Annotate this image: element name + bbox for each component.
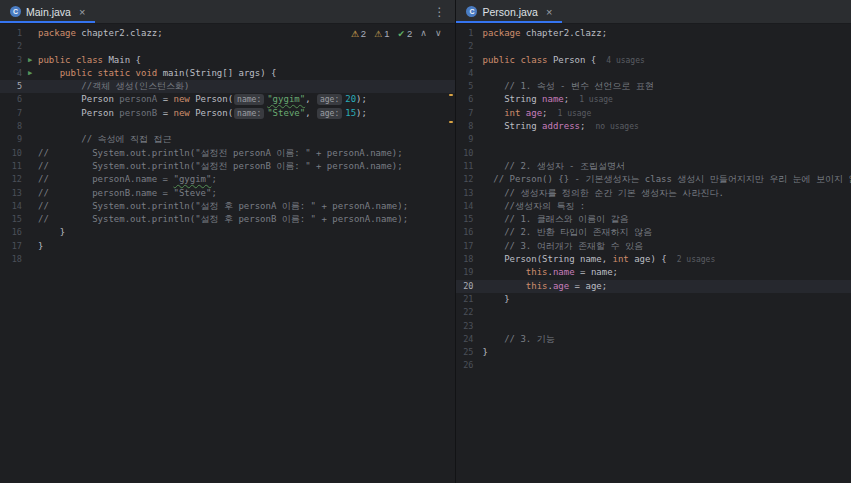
java-class-icon: C <box>10 6 21 17</box>
line-number: 12 <box>0 173 22 186</box>
code-line[interactable]: 9 <box>456 133 851 146</box>
code-area-main: 1package chapter2.clazz;23▶public class … <box>0 27 455 266</box>
token-cmt: // 1. 속성 - 변수 선언으로 표현 <box>482 81 653 91</box>
run-icon[interactable]: ▶ <box>22 67 38 80</box>
token-kw: int <box>504 108 520 118</box>
code-line[interactable]: 18 <box>0 253 455 266</box>
code-editor-main[interactable]: 1package chapter2.clazz;23▶public class … <box>0 24 455 483</box>
token-cmt: // Person() {} - 기본생성자는 class 생성시 만들어지지만… <box>482 174 851 184</box>
code-line[interactable]: 19 this.name = name; <box>456 266 851 279</box>
code-line[interactable]: 10 <box>456 147 851 160</box>
code-line[interactable]: 4 <box>456 67 851 80</box>
token-def <box>38 68 60 78</box>
code-line[interactable]: 21 } <box>456 293 851 306</box>
token-def: ); <box>356 94 367 104</box>
code-line[interactable]: 16 } <box>0 226 455 239</box>
warnings-indicator[interactable]: ⚠ 2 <box>351 28 366 39</box>
code-line[interactable]: 14 //생성자의 특징 : <box>456 200 851 213</box>
gutter-spacer <box>22 173 38 186</box>
code-line[interactable]: 13 // 생성자를 정의한 순간 기본 생성자는 사라진다. <box>456 187 851 200</box>
gutter-spacer <box>22 80 38 93</box>
previous-problem-icon[interactable]: ∧ <box>420 29 427 38</box>
code-line[interactable]: 16 // 2. 반환 타입이 존재하지 않음 <box>456 226 851 239</box>
line-number: 6 <box>456 93 473 106</box>
code-line[interactable]: 2 <box>456 40 851 53</box>
token-def: = <box>157 94 173 104</box>
token-gray: personB <box>119 108 157 118</box>
token-def: , <box>305 108 316 118</box>
code-line[interactable]: 6 Person personA = new Person(name:"gygi… <box>0 93 455 106</box>
code-line[interactable]: 22 <box>456 306 851 319</box>
code-line[interactable]: 17 // 3. 여러개가 존재할 수 있음 <box>456 240 851 253</box>
code-line[interactable]: 8 <box>0 120 455 133</box>
code-line[interactable]: 6 String name;1 usage <box>456 93 851 106</box>
code-line[interactable]: 1package chapter2.clazz; <box>456 27 851 40</box>
next-problem-icon[interactable]: ∨ <box>435 29 442 38</box>
code-line[interactable]: 23 <box>456 320 851 333</box>
run-icon[interactable]: ▶ <box>22 54 38 67</box>
code-line[interactable]: 20 this.age = age; <box>456 280 851 293</box>
code-line[interactable]: 18 Person(String name, int age) {2 usage… <box>456 253 851 266</box>
token-def: ; <box>564 94 569 104</box>
token-def: Person <box>38 108 119 118</box>
code-line[interactable]: 3▶public class Main { <box>0 54 455 67</box>
line-number: 4 <box>456 67 473 80</box>
code-line[interactable]: 10// System.out.println("설정전 personA 이름:… <box>0 147 455 160</box>
code-line[interactable]: 11 // 2. 생성자 - 조립설명서 <box>456 160 851 173</box>
code-line[interactable]: 5 //객체 생성(인스턴스화) <box>0 80 455 93</box>
code-line[interactable]: 13// personB.name = "Steve"; <box>0 187 455 200</box>
code-line[interactable]: 3public class Person {4 usages <box>456 54 851 67</box>
code-line[interactable]: 17} <box>0 240 455 253</box>
code-line[interactable]: 15 // 1. 클래스와 이름이 같음 <box>456 213 851 226</box>
token-hint: age: <box>317 94 342 105</box>
code-line[interactable]: 12// personA.name = "gygim"; <box>0 173 455 186</box>
ok-indicator[interactable]: ✔ 2 <box>397 28 412 39</box>
line-number: 10 <box>0 147 22 160</box>
token-kw: public static void <box>60 68 163 78</box>
code-text: public static void main(String[] args) { <box>38 67 276 80</box>
gutter-spacer <box>473 253 482 266</box>
gutter-spacer <box>473 187 482 200</box>
gutter-spacer <box>22 93 38 106</box>
code-line[interactable]: 5 // 1. 속성 - 변수 선언으로 표현 <box>456 80 851 93</box>
close-icon[interactable]: × <box>79 6 85 18</box>
line-number: 2 <box>456 40 473 53</box>
line-number: 14 <box>456 200 473 213</box>
gutter-spacer <box>473 306 482 319</box>
code-line[interactable]: 11// System.out.println("설정전 personB 이름:… <box>0 160 455 173</box>
code-line[interactable]: 4▶ public static void main(String[] args… <box>0 67 455 80</box>
code-line[interactable]: 26 <box>456 359 851 372</box>
code-line[interactable]: 9 // 속성에 직접 접근 <box>0 133 455 146</box>
code-text: int age;1 usage <box>482 107 591 120</box>
line-number: 3 <box>456 54 473 67</box>
code-line[interactable]: 8 String address;no usages <box>456 120 851 133</box>
line-number: 6 <box>0 93 22 106</box>
token-cmt: // System.out.println("설정 후 personB 이름: … <box>38 214 408 224</box>
editor-pane-person: C Person.java × 1package chapter2.clazz;… <box>455 0 851 483</box>
code-line[interactable]: 14// System.out.println("설정 후 personA 이름… <box>0 200 455 213</box>
token-def: chapter2.clazz; <box>76 28 163 38</box>
code-line[interactable]: 12 // Person() {} - 기본생성자는 class 생성시 만들어… <box>456 173 851 186</box>
code-line[interactable]: 25} <box>456 346 851 359</box>
gutter-spacer <box>22 200 38 213</box>
code-line[interactable]: 7 int age;1 usage <box>456 107 851 120</box>
code-line[interactable]: 7 Person personB = new Person(name:"Stev… <box>0 107 455 120</box>
more-options-icon[interactable]: ⋮ <box>424 5 455 19</box>
code-editor-person[interactable]: 1package chapter2.clazz;23public class P… <box>456 24 851 483</box>
code-text: // 1. 속성 - 변수 선언으로 표현 <box>482 80 653 93</box>
close-icon[interactable]: × <box>546 6 552 18</box>
line-number: 18 <box>456 253 473 266</box>
code-line[interactable]: 24 // 3. 기능 <box>456 333 851 346</box>
line-number: 15 <box>456 213 473 226</box>
code-line[interactable]: 15// System.out.println("설정 후 personB 이름… <box>0 213 455 226</box>
tab-main-java[interactable]: C Main.java × <box>0 0 95 23</box>
inspection-widget: ⚠ 2 ⚠ 1 ✔ 2 ∧ ∨ <box>351 28 442 39</box>
code-line[interactable]: 2 <box>0 40 455 53</box>
tab-person-java[interactable]: C Person.java × <box>456 0 562 23</box>
token-kw: public class <box>482 55 552 65</box>
line-number: 16 <box>0 226 22 239</box>
gutter-spacer <box>473 293 482 306</box>
editor-pane-main: C Main.java × ⋮ 1package chapter2.clazz;… <box>0 0 455 483</box>
line-number: 17 <box>0 240 22 253</box>
weak-warnings-indicator[interactable]: ⚠ 1 <box>374 28 389 39</box>
